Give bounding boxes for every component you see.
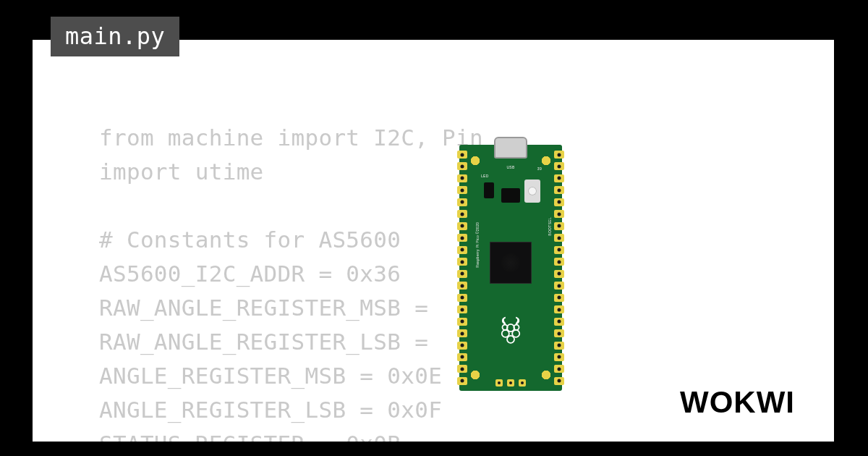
gpio-pin xyxy=(457,234,467,242)
gpio-pin xyxy=(457,342,467,350)
gpio-pin xyxy=(457,329,467,337)
file-tab[interactable]: main.py xyxy=(51,17,179,56)
gpio-pin xyxy=(554,210,564,218)
gpio-pin xyxy=(457,258,467,266)
led-component-icon xyxy=(484,182,494,198)
gpio-pin xyxy=(554,353,564,361)
gpio-pin xyxy=(457,305,467,313)
svg-point-3 xyxy=(507,336,514,343)
gpio-pin xyxy=(554,318,564,326)
gpio-pin xyxy=(554,305,564,313)
bootsel-button[interactable] xyxy=(524,180,540,203)
rp2040-chip-icon xyxy=(490,242,532,284)
gpio-pin xyxy=(554,174,564,182)
gpio-pin xyxy=(554,198,564,206)
swd-debug-pins xyxy=(495,379,526,387)
silkscreen-led-label: LED xyxy=(481,174,489,178)
gpio-pin xyxy=(554,294,564,302)
gpio-pin xyxy=(554,270,564,278)
raspberry-pi-logo-icon xyxy=(498,315,524,346)
gpio-pin xyxy=(554,186,564,194)
gpio-pin xyxy=(457,353,467,361)
gpio-pin xyxy=(457,365,467,373)
gpio-pin xyxy=(554,377,564,385)
wokwi-logo: WOKWI xyxy=(680,385,795,420)
gpio-pin xyxy=(457,198,467,206)
gpio-pin xyxy=(554,162,564,170)
raspberry-pi-pico-board[interactable]: USB LED 39 BOOTSEL Raspberry Pi Pico ©20… xyxy=(459,145,562,391)
silkscreen-bootsel-label: BOOTSEL xyxy=(548,217,552,236)
gpio-pin xyxy=(554,151,564,159)
gpio-pin xyxy=(457,222,467,230)
gpio-pin xyxy=(457,210,467,218)
gpio-pin xyxy=(554,365,564,373)
gpio-pin xyxy=(554,329,564,337)
gpio-pin xyxy=(457,377,467,385)
gpio-pin xyxy=(457,174,467,182)
silkscreen-pin-39-label: 39 xyxy=(537,166,542,171)
editor-card: from machine import I2C, Pin import utim… xyxy=(33,40,834,442)
gpio-pin xyxy=(457,318,467,326)
gpio-pin xyxy=(457,186,467,194)
small-chip-icon xyxy=(501,188,520,203)
silkscreen-board-name: Raspberry Pi Pico ©2020 xyxy=(475,222,480,268)
silkscreen-usb-label: USB xyxy=(506,165,514,169)
gpio-pin xyxy=(554,282,564,290)
gpio-pin xyxy=(457,294,467,302)
gpio-pin xyxy=(457,162,467,170)
gpio-pin xyxy=(457,151,467,159)
usb-connector-icon xyxy=(494,137,527,159)
gpio-pin xyxy=(554,222,564,230)
gpio-pin xyxy=(554,342,564,350)
gpio-pin xyxy=(457,246,467,254)
gpio-pins-right xyxy=(554,151,564,385)
gpio-pin xyxy=(457,282,467,290)
gpio-pin xyxy=(554,246,564,254)
gpio-pin xyxy=(554,258,564,266)
gpio-pin xyxy=(554,234,564,242)
gpio-pin xyxy=(457,270,467,278)
gpio-pins-left xyxy=(457,151,467,385)
